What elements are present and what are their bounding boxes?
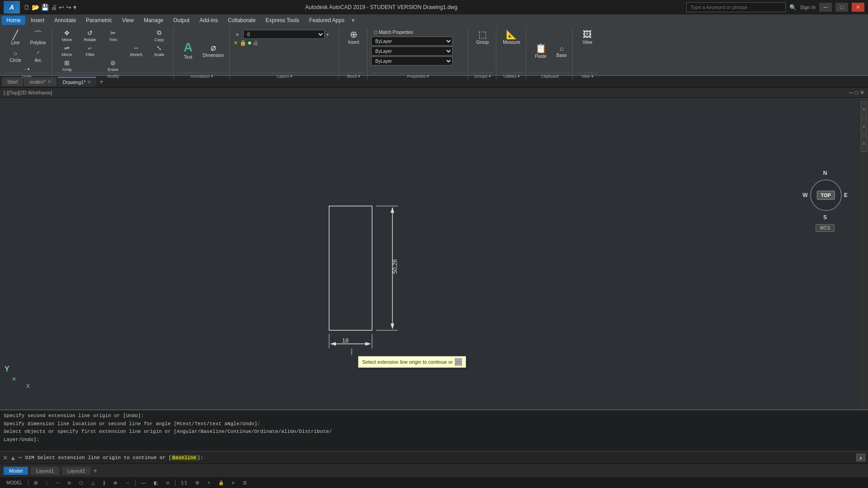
status-add[interactable]: +	[205, 480, 213, 485]
status-linewt[interactable]: —	[138, 480, 148, 485]
view-button[interactable]: 🖼 View	[576, 28, 598, 47]
modify-copy-button[interactable]: ⧉ Copy	[148, 28, 170, 43]
close-button[interactable]: ✕	[852, 3, 864, 12]
menu-express[interactable]: Express Tools	[261, 16, 303, 25]
menu-featured[interactable]: Featured Apps	[305, 16, 349, 25]
draw-arc-button[interactable]: ◜ Arc	[27, 49, 49, 64]
menu-annotate[interactable]: Annotate	[50, 16, 80, 25]
status-dyn[interactable]: ↔	[123, 480, 132, 485]
insert-block-button[interactable]: ⊕ Insert	[343, 28, 364, 47]
status-sel-cycling[interactable]: ⊙	[163, 480, 172, 485]
menu-output[interactable]: Output	[169, 16, 194, 25]
bylayer-color-dropdown[interactable]: ByLayer	[371, 37, 453, 46]
tab-drawing1[interactable]: Drawing1* ✕	[57, 77, 97, 87]
menu-view[interactable]: View	[118, 16, 138, 25]
top-view-button[interactable]: TOP	[816, 191, 835, 200]
match-properties-button[interactable]: ⬡ Match Properties	[371, 29, 416, 36]
menu-parametric[interactable]: Parametric	[81, 16, 117, 25]
draw-line-button[interactable]: ╱ Line	[5, 28, 26, 47]
layer-color-icon[interactable]: ■	[248, 40, 251, 46]
group-button[interactable]: ⬚ Group	[472, 28, 493, 47]
modify-stretch-button[interactable]: ↔ Stretch	[125, 43, 147, 58]
tab-scales-close[interactable]: ✕	[47, 79, 51, 84]
draw-circle-button[interactable]: ○ Circle	[5, 49, 26, 64]
minimize-button[interactable]: ─	[819, 3, 832, 12]
keyword-search-input[interactable]	[686, 2, 786, 12]
modify-array-button[interactable]: ⊞ Array	[56, 58, 78, 73]
cmd-expand-button[interactable]: ▲	[856, 454, 865, 461]
menu-more[interactable]: ▾	[352, 17, 354, 23]
status-ucs[interactable]: ⊕	[111, 480, 120, 485]
quick-print[interactable]: 🖨	[51, 4, 57, 11]
draw-polyline-button[interactable]: ⌒ Polyline	[27, 28, 49, 47]
status-settings[interactable]: ⚙	[193, 480, 202, 485]
panel-btn-2[interactable]: ≡	[861, 118, 867, 135]
tab-drawing1-close[interactable]: ✕	[87, 80, 91, 84]
annotation-dimension-button[interactable]: ⌀ Dimension	[200, 41, 226, 60]
panel-btn-1[interactable]: ≡	[861, 101, 867, 117]
acad-logo[interactable]: A	[4, 1, 20, 14]
wcs-button[interactable]: WCS	[816, 224, 834, 232]
viewport-close[interactable]: ✕	[860, 89, 864, 96]
draw-more-button[interactable]: ··· ▾	[5, 66, 49, 72]
status-transparency[interactable]: ◧	[151, 480, 160, 485]
quick-new[interactable]: 🗋	[24, 4, 30, 11]
sign-in-button[interactable]: Sign In	[800, 5, 816, 10]
quick-redo[interactable]: ↪	[66, 4, 71, 11]
compass-top-btn[interactable]: TOP	[816, 191, 835, 200]
modify-scale-button[interactable]: ⤡ Scale	[148, 43, 170, 58]
viewport-restore[interactable]: □	[855, 89, 858, 96]
search-button[interactable]: 🔍	[789, 4, 797, 11]
modify-move-button[interactable]: ✥ Move	[56, 28, 78, 43]
cmd-close-button[interactable]: ✕	[3, 454, 8, 461]
tab-model[interactable]: Model	[4, 467, 28, 475]
quick-open[interactable]: 📂	[32, 4, 39, 11]
quick-dropdown[interactable]: ▾	[73, 4, 76, 11]
maximize-button[interactable]: □	[835, 3, 848, 12]
viewport-minimize[interactable]: ─	[849, 89, 853, 96]
tab-layout1[interactable]: Layout1	[31, 467, 59, 475]
status-anno-scale[interactable]: 1:1	[178, 480, 190, 485]
bylayer-linetype-dropdown[interactable]: ByLayer	[371, 47, 453, 56]
layer-properties-button[interactable]: ≡	[233, 31, 241, 38]
status-snap[interactable]: ::	[43, 480, 51, 485]
canvas[interactable]: Y ✕ X 50,26	[0, 98, 868, 409]
status-hardware[interactable]: ≡	[229, 480, 237, 485]
status-isolate[interactable]: ☰	[240, 480, 250, 485]
layer-sun-icon[interactable]: ☀	[233, 40, 238, 46]
paste-button[interactable]: 📋 Paste	[530, 42, 552, 61]
quick-undo[interactable]: ↩	[59, 4, 64, 11]
tab-start[interactable]: Start	[2, 77, 23, 86]
status-3dosnap[interactable]: △	[89, 480, 98, 485]
menu-insert[interactable]: Insert	[26, 16, 49, 25]
layer-dropdown[interactable]: 0	[243, 30, 325, 39]
bylayer-lineweight-dropdown[interactable]: ByLayer	[371, 56, 453, 66]
modify-rotate-button[interactable]: ↺ Rotate	[79, 28, 101, 43]
base-button[interactable]: ⌂ Base	[553, 44, 570, 59]
measure-button[interactable]: 📐 Measure	[500, 28, 523, 47]
layer-print-icon[interactable]: 🖨	[253, 40, 258, 46]
status-ortho[interactable]: ─	[53, 480, 62, 485]
status-otrack[interactable]: ∥	[100, 480, 108, 485]
status-lock[interactable]: 🔒	[216, 480, 226, 485]
status-polar[interactable]: ⊘	[65, 480, 74, 485]
status-model[interactable]: MODEL	[4, 480, 25, 485]
layer-lock-icon[interactable]: 🔒	[240, 40, 246, 46]
menu-manage[interactable]: Manage	[139, 16, 168, 25]
status-osnap[interactable]: ⬡	[76, 480, 86, 485]
tab-add-button[interactable]: +	[97, 78, 105, 86]
modify-mirror-button[interactable]: ⇌ Mirror	[56, 43, 78, 58]
layout-add-button[interactable]: +	[93, 467, 97, 475]
modify-trim-button[interactable]: ✂ Trim	[102, 28, 124, 43]
menu-collaborate[interactable]: Collaborate	[223, 16, 260, 25]
quick-save[interactable]: 💾	[41, 4, 49, 11]
panel-btn-3[interactable]: ≡	[861, 136, 867, 152]
tab-layout2[interactable]: Layout2	[62, 467, 90, 475]
modify-fillet-button[interactable]: ⌐ Fillet	[79, 43, 101, 58]
status-grid[interactable]: ⊞	[31, 480, 40, 485]
annotation-text-button[interactable]: A Text	[177, 39, 199, 61]
cmd-up-button[interactable]: ▲	[10, 454, 16, 461]
menu-addins[interactable]: Add-ins	[195, 16, 222, 25]
tab-scales[interactable]: scales* ✕	[24, 77, 56, 86]
menu-home[interactable]: Home	[2, 16, 25, 25]
